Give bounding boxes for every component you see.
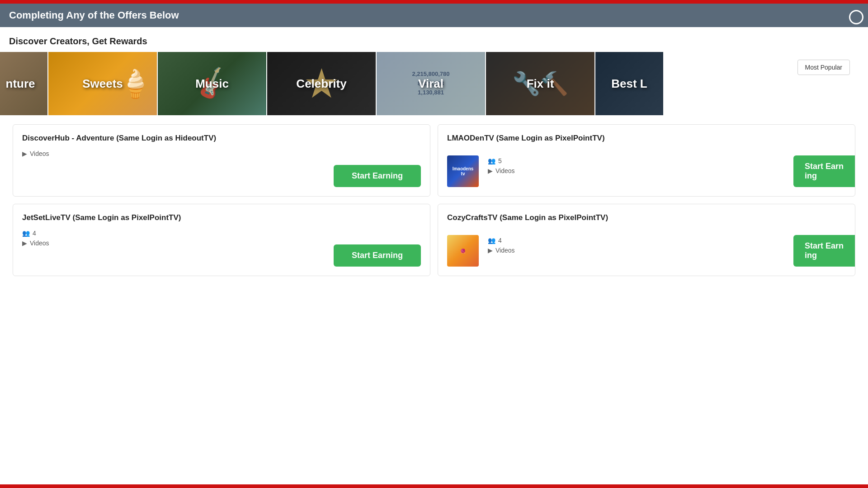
subscribers-meta-jetsetlivetv: 👥 4: [22, 230, 421, 237]
users-icon-lmaoventv: 👥: [488, 157, 495, 164]
start-earning-btn-lmaoventv[interactable]: Start Earning: [793, 155, 855, 187]
user-icon[interactable]: [849, 10, 863, 24]
channel-card-discoverhub: DiscoverHub - Adventure (Same Login as H…: [13, 124, 430, 197]
users-icon-jetsetlivetv: 👥: [22, 230, 30, 237]
content-grid: DiscoverHub - Adventure (Same Login as H…: [0, 121, 868, 280]
channel-title-cozycraftstv: CozyCraftsTV (Same Login as PixelPointTV…: [447, 213, 846, 222]
category-item-viral[interactable]: 2,215,800,780 8,329,293 1,130,881 Viral: [377, 52, 485, 115]
play-icon-jetsetlivetv: ▶: [22, 239, 27, 247]
category-item-bestl[interactable]: Best L: [595, 52, 663, 115]
videos-meta-cozycraftstv: ▶ Videos: [488, 247, 515, 254]
subscriber-count-lmaoventv: 5: [498, 157, 502, 164]
start-earning-btn-jetsetlivetv[interactable]: Start Earning: [334, 244, 421, 267]
red-top-bar: [0, 0, 868, 4]
channel-meta-discoverhub: ▶ Videos: [22, 150, 421, 157]
channel-thumbnail-cozycraftstv: 🧶: [447, 235, 479, 267]
channel-card-jetsetlivetv: JetSetLiveTV (Same Login as PixelPointTV…: [13, 204, 430, 276]
start-earning-btn-discoverhub[interactable]: Start Earning: [334, 165, 421, 187]
subscriber-count-cozycraftstv: 4: [498, 237, 502, 244]
category-label-adventure: nture: [6, 77, 35, 91]
category-carousel: nture 🍦 Sweets 🎸 Music ★ Celebrity: [0, 52, 868, 115]
start-earning-btn-cozycraftstv[interactable]: Start Earning: [793, 235, 855, 267]
subscribers-meta-lmaoventv: 👥 5: [488, 157, 515, 164]
videos-label-lmaoventv: Videos: [495, 167, 515, 174]
thumbnail-image-cozycraftstv: 🧶: [447, 235, 479, 267]
category-label-sweets: Sweets: [82, 77, 123, 91]
channel-meta-cozycraftstv: 👥 4 ▶ Videos: [488, 237, 515, 254]
channel-card-cozycraftstv: CozyCraftsTV (Same Login as PixelPointTV…: [438, 204, 855, 276]
header-title: Completing Any of the Offers Below: [9, 9, 179, 21]
channel-title-lmaoventv: LMAODenTV (Same Login as PixelPointTV): [447, 134, 846, 143]
channel-thumbnail-lmaoventv: lmaodenstv: [447, 155, 479, 187]
category-label-viral: Viral: [418, 77, 443, 91]
videos-label-discoverhub: Videos: [30, 150, 49, 157]
channel-card-lmaoventv: LMAODenTV (Same Login as PixelPointTV) l…: [438, 124, 855, 197]
videos-meta-lmaoventv: ▶ Videos: [488, 167, 515, 174]
most-popular-button[interactable]: Most Popular: [797, 60, 850, 75]
videos-label-cozycraftstv: Videos: [495, 247, 515, 254]
red-bottom-bar: [0, 484, 868, 488]
category-item-music[interactable]: 🎸 Music: [158, 52, 266, 115]
subscribers-meta-cozycraftstv: 👥 4: [488, 237, 515, 244]
category-item-sweets[interactable]: 🍦 Sweets: [48, 52, 157, 115]
videos-meta-discoverhub: ▶ Videos: [22, 150, 421, 157]
channel-meta-lmaoventv: 👥 5 ▶ Videos: [488, 157, 515, 174]
channel-title-discoverhub: DiscoverHub - Adventure (Same Login as H…: [22, 134, 421, 143]
category-item-fixit[interactable]: 🔧🔨 Fix it: [486, 52, 594, 115]
users-icon-cozycraftstv: 👥: [488, 237, 495, 244]
category-label-celebrity: Celebrity: [296, 77, 346, 91]
channel-title-jetsetlivetv: JetSetLiveTV (Same Login as PixelPointTV…: [22, 213, 421, 222]
category-item-adventure[interactable]: nture: [0, 52, 47, 115]
header-bar: Completing Any of the Offers Below: [0, 4, 868, 27]
category-label-fixit: Fix it: [527, 77, 554, 91]
category-item-celebrity[interactable]: ★ Celebrity: [267, 52, 376, 115]
main-content: Most Popular Discover Creators, Get Rewa…: [0, 27, 868, 484]
play-icon-discoverhub: ▶: [22, 150, 27, 157]
play-icon-cozycraftstv: ▶: [488, 247, 493, 254]
category-label-bestl: Best L: [611, 77, 647, 91]
category-label-music: Music: [195, 77, 229, 91]
sweets-food-icon: 🍦: [118, 68, 152, 100]
play-icon-lmaoventv: ▶: [488, 167, 493, 174]
subscriber-count-jetsetlivetv: 4: [33, 230, 36, 237]
videos-label-jetsetlivetv: Videos: [30, 239, 49, 247]
thumbnail-image-lmaoventv: lmaodenstv: [447, 155, 479, 187]
discover-label: Discover Creators, Get Rewards: [0, 27, 868, 52]
